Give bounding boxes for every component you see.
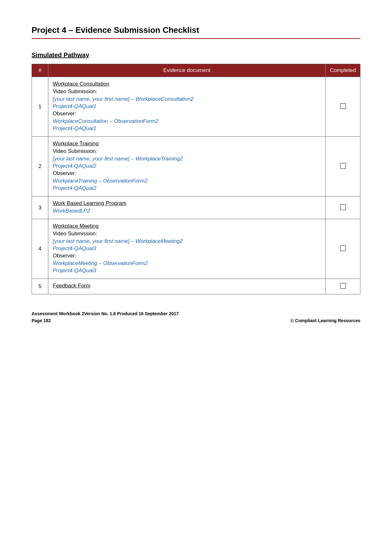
evidence-item: Project4-QAQual2 [53, 185, 321, 191]
checkbox[interactable] [340, 163, 346, 169]
evidence-item: Project4-QAQual3 [53, 245, 321, 252]
evidence-item: Video Submission: [53, 231, 321, 237]
row-completed [326, 219, 360, 279]
evidence-item: Feedback Form [53, 283, 321, 289]
evidence-item: Observer: [53, 111, 321, 117]
evidence-item: Video Submission: [53, 88, 321, 95]
row-completed [326, 137, 360, 196]
evidence-table: # Evidence document Completed 1Workplace… [32, 64, 360, 294]
row-number: 2 [32, 137, 48, 196]
footer-line2: Page 182 [32, 317, 179, 324]
row-evidence: Workplace MeetingVideo Submission:[your … [48, 219, 326, 279]
table-row: 5Feedback Form [32, 279, 360, 294]
evidence-item: Project4-QAQual1 [53, 125, 321, 132]
evidence-item: Observer: [53, 170, 321, 177]
row-completed [326, 196, 360, 219]
evidence-item: Workplace Meeting [53, 223, 321, 229]
checkbox[interactable] [340, 245, 346, 251]
table-row: 3Work Based Learning ProgramWorkBasedLP2 [32, 196, 360, 219]
evidence-item: [your last name, your first name] – Work… [53, 238, 321, 244]
table-row: 4Workplace MeetingVideo Submission:[your… [32, 219, 360, 279]
table-row: 1Workplace ConsultationVideo Submission:… [32, 77, 360, 137]
evidence-item: Observer: [53, 253, 321, 259]
evidence-item: Workplace Consultation [53, 81, 321, 87]
row-number: 4 [32, 219, 48, 279]
evidence-item: [your last name, your first name] – Work… [53, 96, 321, 102]
footer-line1: Assessment Workbook 2Version No. 1.6 Pro… [32, 310, 179, 317]
evidence-item: WorkplaceTraining – ObservationForm2 [53, 178, 321, 184]
footer-right-line1 [291, 310, 360, 317]
evidence-item: Project4-QAQual2 [53, 163, 321, 169]
evidence-item: Project4-QAQual1 [53, 103, 321, 110]
evidence-item: Video Submission: [53, 148, 321, 154]
footer: Assessment Workbook 2Version No. 1.6 Pro… [32, 310, 360, 324]
footer-right: © Compliant Learning Resources [291, 310, 360, 324]
evidence-item: WorkBasedLP2 [53, 208, 321, 214]
evidence-item: WorkplaceConsultation – ObservationForm2 [53, 118, 321, 124]
row-evidence: Workplace TrainingVideo Submission:[your… [48, 137, 326, 196]
checkbox[interactable] [340, 283, 346, 289]
row-completed [326, 279, 360, 294]
checkbox[interactable] [340, 103, 346, 109]
footer-left: Assessment Workbook 2Version No. 1.6 Pro… [32, 310, 179, 324]
section-title: Simulated Pathway [32, 51, 360, 59]
evidence-item: Workplace Training [53, 141, 321, 147]
row-evidence: Workplace ConsultationVideo Submission:[… [48, 77, 326, 137]
col-header-hash: # [32, 64, 48, 77]
row-evidence: Feedback Form [48, 279, 326, 294]
page-title: Project 4 – Evidence Submission Checklis… [32, 25, 360, 39]
evidence-item: Project4-QAQual3 [53, 268, 321, 274]
footer-right-line2: © Compliant Learning Resources [291, 317, 360, 324]
row-number: 1 [32, 77, 48, 137]
col-header-evidence: Evidence document [48, 64, 326, 77]
table-row: 2Workplace TrainingVideo Submission:[you… [32, 137, 360, 196]
evidence-item: Work Based Learning Program [53, 200, 321, 207]
evidence-item: WorkplaceMeeting – ObservationForm2 [53, 260, 321, 267]
checkbox[interactable] [340, 204, 346, 210]
row-number: 5 [32, 279, 48, 294]
col-header-completed: Completed [326, 64, 360, 77]
row-evidence: Work Based Learning ProgramWorkBasedLP2 [48, 196, 326, 219]
evidence-item: [your last name, your first name] – Work… [53, 156, 321, 162]
row-completed [326, 77, 360, 137]
row-number: 3 [32, 196, 48, 219]
